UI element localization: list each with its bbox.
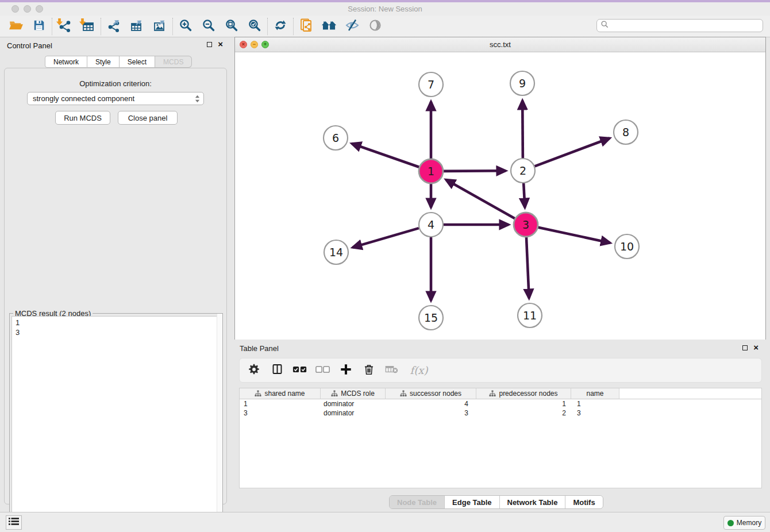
network-window-titlebar[interactable]: × − + scc.txt: [235, 37, 765, 52]
export-image-button[interactable]: [148, 17, 171, 36]
tab-mcds[interactable]: MCDS: [155, 56, 192, 68]
close-panel-icon[interactable]: ×: [753, 345, 759, 350]
toolbar-separator: [293, 18, 294, 35]
graph-edge-3-10[interactable]: [538, 228, 610, 243]
graph-node-label-9: 9: [519, 77, 526, 90]
toolbar-separator: [101, 18, 101, 35]
tab-edge-table[interactable]: Edge Table: [444, 496, 499, 508]
eye-icon: [368, 18, 383, 34]
clone-network-button[interactable]: [295, 17, 318, 36]
hierarchy-icon: [489, 390, 496, 397]
graph-node-label-10: 10: [620, 240, 634, 253]
apply-function-button[interactable]: f(x): [407, 363, 430, 379]
close-panel-icon[interactable]: ×: [218, 41, 223, 47]
network-window-title: scc.txt: [235, 40, 765, 49]
plus-icon: [340, 363, 352, 378]
refresh-layout-button[interactable]: [269, 17, 292, 36]
graph-edge-2-9[interactable]: [522, 101, 523, 158]
control-panel-tabs: Network Style Select MCDS: [45, 56, 192, 68]
export-network-button[interactable]: [102, 17, 125, 36]
zoom-fit-icon: [225, 18, 238, 34]
search-box[interactable]: [596, 19, 763, 32]
graph-node-label-14: 14: [329, 246, 343, 259]
tab-network[interactable]: Network: [45, 56, 87, 68]
save-session-button[interactable]: [28, 17, 51, 36]
zoom-out-icon: [202, 18, 215, 34]
graph-edge-3-1[interactable]: [446, 180, 515, 218]
zoom-fit-button[interactable]: [220, 17, 243, 36]
zoom-selected-button[interactable]: [243, 17, 266, 36]
table-settings-button[interactable]: [247, 363, 261, 379]
column-header-name[interactable]: name: [571, 388, 619, 399]
run-mcds-button[interactable]: Run MCDS: [55, 111, 110, 125]
import-table-button[interactable]: [76, 17, 99, 36]
show-all-button[interactable]: [364, 17, 387, 36]
task-history-button[interactable]: [6, 515, 22, 530]
column-pane-button[interactable]: [270, 363, 284, 379]
export-image-icon: [153, 18, 167, 34]
export-table-icon: [130, 18, 144, 34]
toolbar-separator: [172, 18, 173, 35]
status-bar: Memory: [0, 512, 770, 532]
mcds-result-group: MCDS result (2 nodes) 1 3: [9, 313, 223, 531]
deselect-all-button[interactable]: [315, 363, 330, 379]
fx-icon: f(x): [410, 364, 428, 376]
tab-motifs[interactable]: Motifs: [565, 496, 602, 508]
save-floppy-icon: [33, 19, 45, 34]
table-header-filler: [619, 388, 761, 399]
zoom-in-icon: [179, 18, 192, 34]
tab-node-table[interactable]: Node Table: [390, 496, 444, 508]
open-session-button[interactable]: [5, 17, 28, 36]
hide-selected-button[interactable]: [341, 17, 364, 36]
graph-node-label-4: 4: [428, 218, 434, 231]
add-column-button[interactable]: [338, 363, 353, 379]
zoom-in-button[interactable]: [174, 17, 197, 36]
graph-node-label-2: 2: [519, 164, 526, 177]
column-header-predecessor-nodes[interactable]: predecessor nodes: [476, 388, 571, 399]
float-panel-icon[interactable]: [207, 42, 212, 47]
delete-table-button[interactable]: [384, 363, 399, 379]
table-row[interactable]: 1 dominator 4 1 1: [240, 399, 761, 408]
graph-edge-3-11[interactable]: [526, 237, 529, 298]
tab-network-table[interactable]: Network Table: [499, 496, 565, 508]
mcds-result-scrollbar[interactable]: [217, 314, 222, 531]
search-input[interactable]: [609, 21, 763, 31]
optimization-criterion-select[interactable]: strongly connected component: [27, 92, 204, 105]
refresh-icon: [274, 18, 287, 34]
network-view-window: × − + scc.txt 7968124314101511: [234, 37, 766, 340]
edge-label-mark: [474, 170, 480, 172]
graph-edge-2-3[interactable]: [523, 183, 525, 207]
float-panel-icon[interactable]: [742, 345, 748, 350]
table-toolbar: f(x): [239, 358, 762, 383]
node-table[interactable]: shared name MCDS role successor nodes pr…: [239, 388, 762, 488]
edge-label-mark: [476, 224, 482, 226]
navigator-homes-button[interactable]: [318, 17, 341, 36]
delete-column-button[interactable]: [361, 363, 376, 379]
export-table-button[interactable]: [125, 17, 148, 36]
tab-select[interactable]: Select: [120, 56, 155, 68]
table-row[interactable]: 3 dominator 3 2 3: [240, 408, 761, 418]
column-header-shared-name[interactable]: shared name: [240, 388, 321, 399]
app-titlebar: Session: New Session: [0, 2, 770, 16]
optimization-criterion-label: Optimization criterion:: [5, 79, 226, 88]
network-canvas[interactable]: 7968124314101511: [235, 52, 765, 340]
close-panel-button[interactable]: Close panel: [118, 111, 178, 125]
select-all-button[interactable]: [292, 363, 307, 379]
graph-edge-1-6[interactable]: [352, 144, 419, 167]
memory-button[interactable]: Memory: [723, 516, 765, 530]
import-network-button[interactable]: [53, 17, 76, 36]
open-folder-icon: [9, 19, 24, 34]
graph-node-label-6: 6: [332, 132, 339, 144]
graph-node-label-7: 7: [428, 78, 434, 91]
memory-label: Memory: [737, 519, 761, 527]
main-toolbar: [0, 16, 770, 37]
zoom-out-button[interactable]: [197, 17, 220, 36]
optimization-criterion-value: strongly connected component: [33, 94, 134, 103]
mcds-panel-body: Optimization criterion: strongly connect…: [4, 68, 227, 504]
tab-style[interactable]: Style: [87, 56, 120, 68]
column-header-successor-nodes[interactable]: successor nodes: [386, 388, 476, 399]
mcds-result-text[interactable]: 1 3: [11, 316, 221, 529]
graph-edge-2-8[interactable]: [535, 138, 610, 167]
graph-edge-4-14[interactable]: [353, 228, 419, 247]
column-header-mcds-role[interactable]: MCDS role: [321, 388, 386, 399]
